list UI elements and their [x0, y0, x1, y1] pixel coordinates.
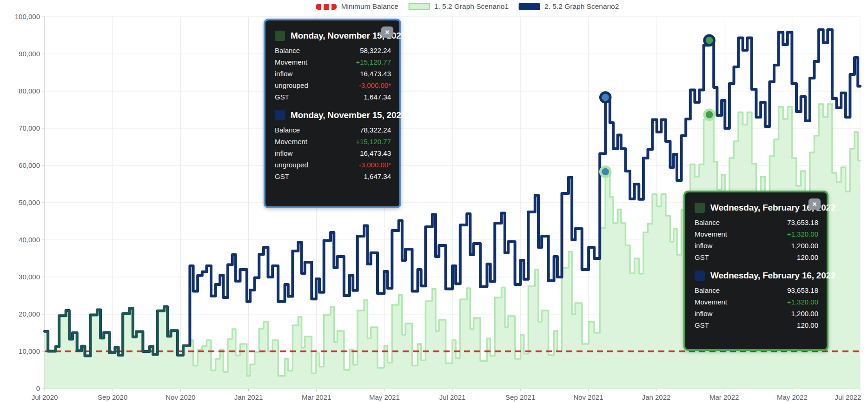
tooltip-row-label: GST — [275, 172, 289, 180]
tooltip-row-value: 58,322.24 — [360, 46, 391, 54]
tooltip-close-icon[interactable]: ✕ — [808, 198, 821, 210]
data-point-marker-scenario2[interactable] — [601, 92, 610, 102]
series-swatch-icon — [695, 271, 705, 281]
tooltip-section-header: Monday, November 15, 2021 — [275, 31, 391, 41]
tooltip-row-label: Movement — [695, 298, 727, 306]
tooltip-row-value: 93,653.18 — [787, 286, 818, 294]
tooltip-section-header: Wednesday, February 16, 2022 — [695, 203, 818, 213]
tooltip-row: ungrouped-3,000.00* — [275, 79, 391, 91]
legend-swatch-minimum-balance-icon — [316, 4, 337, 10]
tooltip-row-value: 120.00 — [797, 321, 818, 329]
legend-item-minimum-balance[interactable]: Minimum Balance — [316, 2, 398, 11]
tooltip-row-value: 73,653.18 — [787, 218, 818, 226]
tooltip-row-label: Movement — [695, 230, 727, 238]
tooltip-row-value: +1,320.00 — [787, 298, 818, 306]
y-tick-label: 30,000 — [0, 273, 40, 281]
tooltip-row: Balance73,653.18 — [695, 217, 818, 228]
tooltip-row: Balance93,653.18 — [695, 284, 818, 296]
tooltip-row-label: Movement — [275, 138, 307, 145]
tooltip-row: inflow16,473.43 — [275, 147, 391, 159]
tooltip-row: Movement+1,320.00 — [695, 296, 818, 308]
tooltip-row-value: -3,000.00* — [359, 81, 391, 89]
tooltip-row-label: Balance — [275, 46, 300, 54]
x-tick-label: Jul 2022 — [835, 393, 861, 401]
tooltip-row-label: inflow — [275, 70, 292, 78]
tooltip-section-header: Monday, November 15, 2021 — [275, 110, 391, 120]
y-tick-label: 60,000 — [0, 161, 40, 170]
tooltip-row-value: 1,200.00 — [791, 310, 818, 317]
tooltip-row-label: Movement — [275, 58, 307, 66]
x-tick-label: Mar 2021 — [302, 393, 331, 401]
tooltip-row-label: inflow — [275, 149, 292, 157]
tooltip-row-value: 16,473.43 — [360, 149, 391, 157]
tooltip-row-value: 78,322.24 — [360, 126, 391, 134]
tooltip-row: GST1,647.34 — [275, 91, 391, 103]
x-tick-label: Sep 2021 — [505, 393, 535, 401]
y-tick-label: 80,000 — [0, 87, 40, 95]
y-tick-label: 20,000 — [0, 310, 40, 318]
x-tick-label: Nov 2020 — [166, 393, 195, 401]
y-tick-label: 40,000 — [0, 236, 40, 244]
tooltip-row: inflow16,473.43 — [275, 68, 391, 79]
tooltip-rows: Balance58,322.24Movement+15,120.77inflow… — [275, 45, 391, 103]
legend-item-scenario2[interactable]: 2. 5.2 Graph Scenario2 — [519, 2, 619, 11]
y-tick-label: 50,000 — [0, 198, 40, 207]
data-point-marker-scenario1[interactable] — [704, 110, 714, 119]
tooltip-row-label: ungrouped — [275, 161, 308, 169]
y-tick-label: 0 — [0, 384, 40, 393]
tooltip-row: Movement+1,320.00 — [695, 228, 818, 240]
tooltip-row-value: 1,647.34 — [364, 172, 391, 180]
tooltip-row-value: 16,473.43 — [360, 70, 391, 78]
tooltip-row-value: +15,120.77 — [356, 58, 391, 66]
tooltip-row: ungrouped-3,000.00* — [275, 159, 391, 171]
x-tick-label: Jul 2021 — [439, 393, 466, 401]
x-tick-label: May 2021 — [369, 393, 400, 401]
data-point-marker-scenario1[interactable] — [601, 167, 610, 177]
tooltip-row: GST120.00 — [695, 251, 818, 263]
tooltip-row-value: 1,200.00 — [791, 242, 818, 250]
series-swatch-icon — [275, 31, 285, 41]
chart-legend: Minimum Balance1. 5.2 Graph Scenario12. … — [316, 2, 619, 11]
tooltip-section-header: Wednesday, February 16, 2022 — [695, 271, 818, 281]
tooltip-row: inflow1,200.00 — [695, 240, 818, 251]
tooltip-row-value: 120.00 — [797, 253, 818, 261]
tooltip-row-label: GST — [275, 93, 289, 101]
tooltip-row: GST1,647.34 — [275, 171, 391, 182]
legend-label: 2. 5.2 Graph Scenario2 — [544, 2, 619, 11]
tooltip-feb-16-2022: ✕Wednesday, February 16, 2022Balance73,6… — [683, 191, 828, 351]
y-tick-label: 90,000 — [0, 50, 40, 58]
y-tick-label: 10,000 — [0, 347, 40, 356]
tooltip-row-label: ungrouped — [275, 81, 308, 89]
legend-item-scenario1[interactable]: 1. 5.2 Graph Scenario1 — [409, 2, 509, 11]
balance-forecast-chart: 010,00020,00030,00040,00050,00060,00070,… — [0, 0, 868, 403]
tooltip-row-label: inflow — [695, 242, 712, 250]
tooltip-row: Balance58,322.24 — [275, 45, 391, 56]
tooltip-row: Balance78,322.24 — [275, 124, 391, 136]
series-swatch-icon — [275, 110, 285, 120]
series-swatch-icon — [695, 203, 705, 213]
x-tick-label: May 2022 — [777, 393, 808, 401]
x-tick-label: Jul 2020 — [32, 393, 58, 401]
x-tick-label: Jan 2022 — [642, 393, 671, 401]
tooltip-rows: Balance93,653.18Movement+1,320.00inflow1… — [695, 284, 818, 331]
tooltip-row-label: inflow — [695, 310, 712, 317]
tooltip-row-label: Balance — [695, 218, 720, 226]
legend-label: Minimum Balance — [341, 2, 398, 11]
tooltip-row: inflow1,200.00 — [695, 308, 818, 319]
tooltip-rows: Balance78,322.24Movement+15,120.77inflow… — [275, 124, 391, 182]
y-tick-label: 100,000 — [0, 13, 40, 21]
tooltip-row: Movement+15,120.77 — [275, 136, 391, 147]
x-tick-label: Nov 2021 — [573, 393, 603, 401]
tooltip-close-icon[interactable]: ✕ — [381, 26, 393, 38]
y-tick-label: 70,000 — [0, 124, 40, 132]
data-point-marker-scenario2[interactable] — [704, 35, 714, 45]
tooltip-row-value: +15,120.77 — [356, 138, 391, 145]
legend-swatch-scenario2-icon — [519, 3, 540, 10]
legend-label: 1. 5.2 Graph Scenario1 — [434, 2, 509, 11]
tooltip-row: Movement+15,120.77 — [275, 56, 391, 68]
tooltip-row-label: Balance — [275, 126, 300, 134]
tooltip-nov-15-2021: ✕Monday, November 15, 2021Balance58,322.… — [264, 19, 401, 208]
tooltip-row-label: Balance — [695, 286, 720, 294]
x-tick-label: Sep 2020 — [98, 393, 127, 401]
tooltip-row-label: GST — [695, 253, 709, 261]
